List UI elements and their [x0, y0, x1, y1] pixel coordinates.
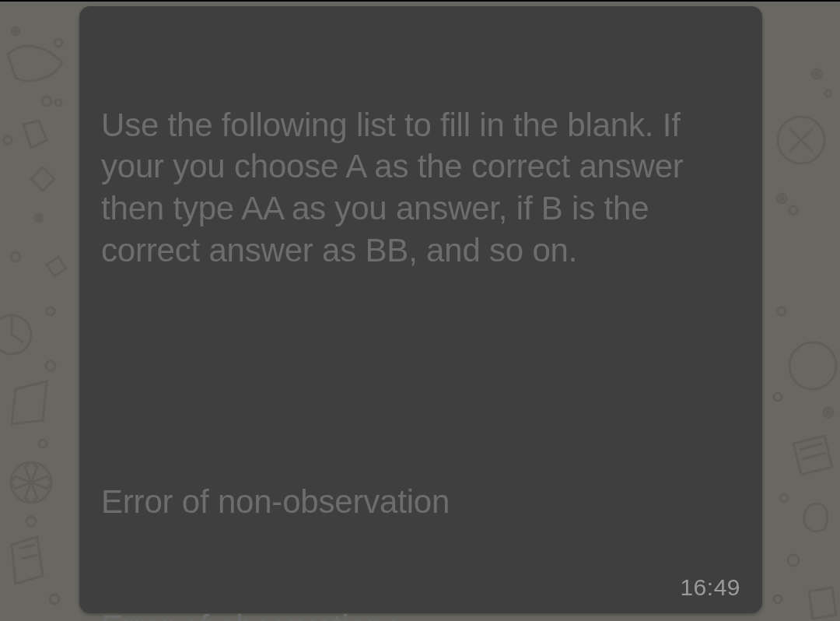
- svg-line-11: [789, 128, 813, 152]
- svg-point-2: [35, 214, 43, 222]
- incoming-message-bubble[interactable]: Use the following list to fill in the bl…: [79, 6, 762, 613]
- svg-point-4: [812, 69, 821, 79]
- svg-line-23: [800, 444, 823, 450]
- svg-point-27: [26, 517, 36, 526]
- svg-point-3: [37, 216, 40, 219]
- svg-line-29: [22, 555, 37, 559]
- svg-point-34: [54, 39, 62, 47]
- svg-point-38: [774, 595, 782, 603]
- option-line: Error of observations: [101, 606, 740, 621]
- svg-point-26: [780, 494, 788, 502]
- svg-point-22: [827, 411, 830, 414]
- svg-point-25: [11, 462, 51, 503]
- svg-point-21: [824, 408, 833, 417]
- svg-point-5: [815, 72, 818, 75]
- svg-point-8: [55, 100, 61, 106]
- window-top-edge: [0, 0, 840, 2]
- svg-point-36: [774, 393, 782, 401]
- svg-point-14: [780, 197, 783, 200]
- message-timestamp: 16:49: [680, 574, 740, 601]
- svg-point-30: [50, 595, 59, 604]
- svg-point-9: [4, 136, 12, 144]
- svg-point-19: [47, 307, 54, 315]
- svg-point-10: [778, 117, 824, 163]
- svg-point-20: [789, 342, 836, 389]
- svg-point-7: [42, 96, 51, 106]
- option-line: Error of non-observation: [101, 481, 740, 523]
- svg-point-33: [778, 307, 786, 315]
- svg-point-13: [777, 194, 786, 203]
- svg-line-18: [12, 335, 23, 342]
- svg-line-12: [789, 128, 813, 152]
- svg-point-16: [0, 315, 31, 354]
- svg-line-24: [803, 453, 826, 459]
- svg-point-15: [789, 206, 797, 214]
- svg-point-37: [39, 440, 47, 447]
- svg-point-32: [11, 252, 20, 261]
- svg-line-28: [19, 545, 35, 549]
- instructions-text: Use the following list to fill in the bl…: [101, 104, 740, 272]
- svg-point-1: [14, 30, 17, 33]
- svg-point-31: [788, 555, 799, 566]
- svg-point-6: [825, 90, 831, 96]
- svg-point-35: [46, 361, 55, 370]
- svg-point-0: [12, 27, 19, 35]
- message-text: Use the following list to fill in the bl…: [101, 20, 740, 621]
